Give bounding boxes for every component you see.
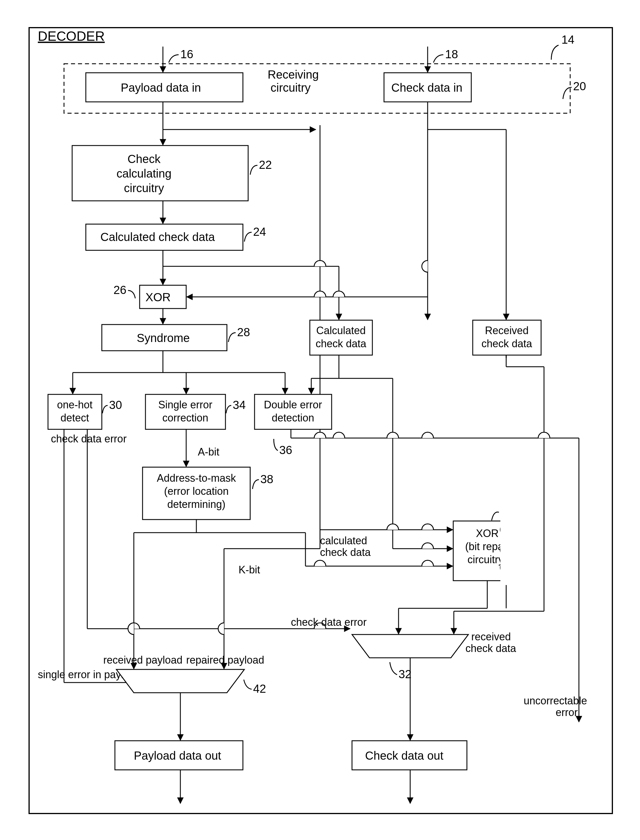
payload-in-label: Payload data in [121, 81, 201, 94]
ccd2-l2: check data [316, 338, 366, 349]
diagram-title: DECODER [38, 29, 105, 44]
rcd-l2: check data [482, 338, 532, 349]
xr-l1: XOR [476, 527, 499, 539]
calc-circ-l1: Check [127, 152, 161, 165]
ref-18: 18 [445, 48, 458, 61]
mux-32 [352, 635, 468, 658]
ref-34: 34 [233, 398, 246, 411]
ref-14: 14 [562, 33, 574, 46]
atm-l3: determining) [167, 498, 226, 510]
abit-label: A-bit [198, 446, 219, 458]
syndrome-label: Syndrome [137, 332, 190, 344]
ref-42: 42 [253, 682, 266, 695]
ref-22: 22 [259, 158, 272, 171]
oh-l2: detect [61, 412, 89, 424]
ccd-label: Calculated check data [100, 231, 215, 243]
ded-l2: detection [272, 412, 314, 424]
payload-out-label: Payload data out [134, 749, 221, 762]
check-in-label: Check data in [391, 81, 462, 94]
oh-l1: one-hot [57, 399, 93, 411]
receiving-label-2: circuitry [270, 81, 311, 94]
ref-28: 28 [237, 326, 250, 338]
cde2-label: check data error [291, 616, 366, 628]
ded-l1: Double error [264, 399, 322, 411]
check-out-label: Check data out [365, 749, 443, 762]
cde-label: check data error [51, 433, 126, 445]
rcd-sig-l2: check data [466, 642, 516, 654]
xor-label: XOR [146, 291, 171, 304]
uncorr-l1: uncorrectable [524, 695, 587, 707]
ref-38: 38 [260, 473, 274, 486]
ref-36: 36 [279, 444, 292, 456]
recv-payload-label: received payload [103, 654, 182, 666]
rep-payload-label: repaired payload [186, 654, 264, 666]
mux-42 [116, 669, 244, 693]
sec-l2: correction [162, 412, 208, 424]
atm-l2: (error location [164, 485, 229, 497]
receiving-label-1: Receiving [268, 68, 319, 81]
ccd-sig-l2: check data [320, 546, 371, 558]
ref-26: 26 [114, 284, 126, 296]
kbit-label: K-bit [238, 564, 260, 576]
ccd-sig-l1: calculated [320, 535, 367, 547]
ref-24: 24 [253, 225, 266, 238]
atm-l1: Address-to-mask [157, 472, 236, 484]
rcd-l1: Received [485, 325, 529, 337]
ref-32: 32 [398, 668, 412, 680]
ref-16: 16 [180, 48, 194, 61]
sec-l1: Single error [158, 399, 212, 411]
svg-rect-0 [500, 358, 547, 585]
ccd2-l1: Calculated [316, 325, 366, 337]
rcd-sig-l1: received [471, 631, 511, 643]
calc-circ-l2: calculating [116, 167, 171, 180]
uncorr-l2: error [556, 706, 578, 718]
ref-30: 30 [109, 398, 122, 411]
ref-20: 20 [573, 80, 586, 93]
calc-circ-l3: circuitry [124, 182, 164, 194]
